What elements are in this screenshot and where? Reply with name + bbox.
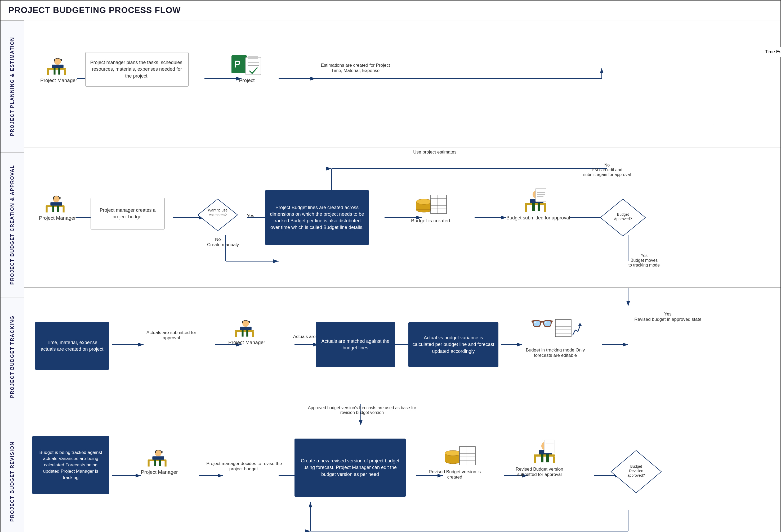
svg-rect-94 (556, 319, 571, 337)
svg-text:Revision: Revision (629, 469, 643, 473)
lane4-flow: Approved budget version's forecasts are … (25, 404, 780, 532)
svg-rect-56 (430, 195, 447, 214)
svg-rect-136 (541, 454, 543, 462)
lane2-budget-created-label: Budget is created (411, 218, 450, 224)
lane3-actor: Project Manager (228, 317, 265, 345)
lane4-decides-label: Project manager decides to revise the pr… (204, 461, 284, 472)
lane1-actor-icon (44, 55, 73, 76)
svg-rect-15 (54, 59, 55, 61)
svg-rect-90 (246, 330, 248, 337)
lane3-step1: Time, material, expense actuals are crea… (35, 322, 109, 370)
svg-rect-86 (252, 331, 254, 337)
svg-point-124 (445, 450, 461, 456)
lane-1: Project Manager Project manager plans th… (25, 20, 780, 147)
lane-label-4: PROJECT BUDGET REVISION (1, 416, 24, 532)
svg-rect-84 (235, 330, 254, 331)
svg-rect-69 (535, 188, 546, 202)
svg-rect-120 (155, 451, 156, 453)
svg-rect-46 (57, 206, 59, 212)
content-area: PROJECT PLANNING & ESTIMATION PROJECT BU… (1, 20, 780, 532)
lane3-actor-label: Project Manager (228, 340, 265, 345)
svg-text:Want to use: Want to use (208, 208, 228, 212)
lane4-submitted-label: Revised Budget version submitted for app… (508, 467, 571, 477)
estimate-time: Time Estimates (746, 47, 781, 57)
lane2-use-estimates-label: Use project estimates (382, 149, 488, 155)
svg-rect-121 (161, 451, 162, 453)
svg-text:estimates?: estimates? (209, 213, 227, 217)
svg-rect-64 (544, 205, 546, 212)
svg-rect-138 (544, 440, 555, 453)
lane4-create-revised: Create a new revised version of project … (294, 439, 406, 497)
svg-rect-63 (525, 205, 527, 212)
svg-text:Budget: Budget (630, 464, 642, 469)
svg-rect-114 (148, 461, 149, 467)
lane1-actor-label: Project Manager (40, 78, 77, 83)
svg-text:approved?: approved? (627, 473, 645, 478)
lane2-flow: Use project estimates (25, 147, 780, 287)
lane4-revised-submitted: Revised Budget version submitted for app… (522, 439, 571, 477)
lane2-no-edit-label: No PM can edit and submit again for appr… (575, 163, 639, 177)
svg-rect-14 (58, 68, 60, 75)
lane3-tracking-icon: 👓 Budget in tracking mod (522, 312, 588, 358)
svg-point-55 (416, 199, 432, 204)
lane4-diamond: Budget Revision approved? (610, 449, 663, 494)
lane2-diamond2: Budget Approved? (599, 198, 647, 237)
lane2-step1: Project manager creates a project budget (91, 198, 165, 229)
lane-2: Use project estimates (25, 147, 780, 288)
svg-rect-137 (546, 454, 549, 462)
lane-label-3: PROJECT BUDGET TRACKING (1, 297, 24, 416)
svg-marker-100 (578, 323, 582, 326)
svg-rect-9 (47, 70, 49, 75)
lane2-no-create-label: Create manualy (207, 242, 239, 248)
lane2-yes-label: Yes (247, 213, 254, 218)
lane4-forecasts-label: Approved budget version's forecasts are … (302, 405, 422, 415)
lane1-project-label: Project (239, 78, 254, 83)
svg-rect-115 (164, 461, 166, 467)
lane2-no-label1: No (215, 237, 221, 242)
svg-rect-117 (152, 456, 164, 459)
lane1-project-icon: P Project (231, 55, 263, 83)
lane2-actor: Project Manager (39, 192, 76, 221)
lanes-content: Project Manager Project manager plans th… (25, 20, 780, 532)
svg-text:👓: 👓 (530, 312, 554, 335)
lane2-diamond1: Want to use estimates? (197, 198, 239, 232)
svg-rect-113 (148, 459, 166, 461)
svg-rect-21 (248, 56, 258, 59)
svg-rect-47 (53, 197, 54, 199)
main-container: PROJECT BUDGETING PROCESS FLOW PROJECT P… (0, 0, 781, 532)
lane-3: Time, material, expense actuals are crea… (25, 288, 780, 404)
lane3-arrows (25, 288, 780, 404)
lane3-flow: Time, material, expense actuals are crea… (25, 288, 780, 404)
svg-rect-132 (534, 456, 536, 463)
svg-rect-13 (53, 68, 55, 75)
lane2-yes-tracking-label: Yes Budget moves to tracking mode (607, 253, 681, 268)
lane2-submitted-label: Budget submitted for approval (506, 215, 570, 221)
svg-rect-85 (235, 331, 237, 337)
lane-label-2: PROJECT BUDGET CREATION & APPROVAL (1, 152, 24, 297)
svg-rect-44 (50, 202, 62, 206)
lane1-step1: Project manager plans the tasks, schedul… (85, 52, 189, 87)
lane3-tracking-label: Budget in tracking mode Only forecasts a… (522, 348, 588, 358)
svg-rect-45 (52, 206, 54, 212)
lane-labels: PROJECT PLANNING & ESTIMATION PROJECT BU… (1, 20, 25, 532)
svg-rect-12 (52, 64, 63, 68)
svg-text:Approved?: Approved? (614, 217, 632, 221)
svg-rect-133 (553, 456, 555, 463)
svg-rect-89 (242, 330, 243, 337)
svg-rect-40 (46, 206, 64, 207)
svg-text:P: P (234, 59, 241, 70)
svg-rect-92 (249, 321, 250, 323)
svg-rect-119 (159, 460, 161, 467)
lane4-actor: Project Manager (141, 446, 178, 475)
lane1-actor: Project Manager (40, 55, 77, 83)
lane4-step1: Budget is being tracked against actuals … (32, 436, 109, 494)
lane2-budget-lines: Project Budget lines are created across … (265, 190, 369, 246)
svg-rect-42 (63, 207, 64, 213)
svg-rect-62 (525, 203, 546, 205)
lane3-variance: Actual vs budget variance is calculated … (408, 322, 498, 367)
lane2-budget-submitted: Budget submitted for approval (506, 187, 570, 221)
lane4-revised-created-label: Revised Budget version is created (428, 469, 481, 480)
page-title: PROJECT BUDGETING PROCESS FLOW (1, 1, 780, 20)
svg-rect-10 (64, 70, 66, 75)
lane4-actor-label: Project Manager (141, 469, 178, 475)
